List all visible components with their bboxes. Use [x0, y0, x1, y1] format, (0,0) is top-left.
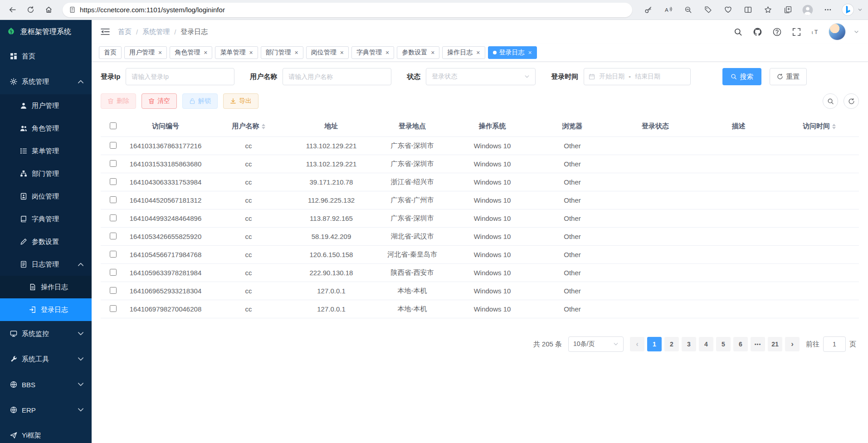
- sidebar-item-erp[interactable]: ERP: [0, 397, 92, 423]
- close-icon[interactable]: ×: [385, 49, 389, 56]
- page-size-select[interactable]: 10条/页: [568, 336, 624, 352]
- sort-icon[interactable]: [832, 124, 836, 129]
- sidebar-item-system-tools[interactable]: 系统工具: [0, 346, 92, 372]
- close-icon[interactable]: ×: [248, 49, 253, 56]
- github-icon[interactable]: [753, 28, 762, 36]
- sidebar-item-dept-management[interactable]: 部门管理: [0, 162, 92, 185]
- sidebar-item-operation-log[interactable]: 操作日志: [0, 276, 92, 298]
- tab-dept-management[interactable]: 部门管理×: [261, 46, 303, 59]
- close-icon[interactable]: ×: [339, 49, 344, 56]
- sidebar-item-yi-framework[interactable]: Yi框架: [0, 423, 92, 443]
- sidebar-item-bbs[interactable]: BBS: [0, 372, 92, 397]
- more-pages-button[interactable]: •••: [751, 337, 765, 351]
- tab-home[interactable]: 首页: [99, 46, 122, 59]
- row-checkbox[interactable]: [110, 233, 117, 239]
- column-header[interactable]: 访问时间: [780, 116, 859, 137]
- close-icon[interactable]: ×: [527, 49, 532, 56]
- sidebar-item-post-management[interactable]: 岗位管理: [0, 185, 92, 208]
- tab-menu-management[interactable]: 菜单管理×: [215, 46, 258, 59]
- refresh-table-button[interactable]: [844, 93, 859, 109]
- copilot-caret-icon[interactable]: [856, 2, 863, 18]
- row-checkbox[interactable]: [110, 305, 117, 312]
- page-button-6[interactable]: 6: [733, 337, 748, 351]
- user-name-input[interactable]: [283, 68, 391, 85]
- sidebar-item-role-management[interactable]: 角色管理: [0, 117, 92, 140]
- fullscreen-icon[interactable]: [792, 28, 801, 36]
- breadcrumb-item[interactable]: 首页: [118, 28, 132, 36]
- reset-button[interactable]: 重置: [770, 68, 807, 85]
- goto-page-input[interactable]: [823, 336, 846, 352]
- close-icon[interactable]: ×: [203, 49, 207, 56]
- url-bar[interactable]: https://ccnetcore.com:1101/system/log/lo…: [63, 3, 632, 17]
- profile-icon[interactable]: [800, 2, 815, 18]
- page-button-3[interactable]: 3: [682, 337, 696, 351]
- sidebar-item-user-management[interactable]: 用户管理: [0, 94, 92, 117]
- sidebar-item-home[interactable]: 首页: [0, 44, 92, 69]
- zoom-icon[interactable]: [680, 2, 696, 18]
- close-icon[interactable]: ×: [475, 49, 480, 56]
- sidebar-item-system-monitor[interactable]: 系统监控: [0, 321, 92, 346]
- shopping-icon[interactable]: [700, 2, 716, 18]
- back-icon[interactable]: [5, 2, 20, 18]
- unlock-button[interactable]: 解锁: [182, 93, 218, 109]
- chevron-down-icon[interactable]: [854, 29, 859, 34]
- tab-login-log[interactable]: 登录日志×: [488, 46, 537, 59]
- sidebar-item-param-settings[interactable]: 参数设置: [0, 230, 92, 253]
- bing-icon[interactable]: [840, 2, 855, 18]
- tab-user-management[interactable]: 用户管理×: [124, 46, 167, 59]
- page-button-4[interactable]: 4: [699, 337, 713, 351]
- close-icon[interactable]: ×: [294, 49, 298, 56]
- column-header[interactable]: 用户名称: [206, 116, 291, 137]
- home-icon[interactable]: [41, 2, 56, 18]
- search-icon[interactable]: [734, 28, 742, 36]
- favorites-icon[interactable]: [760, 2, 775, 18]
- close-icon[interactable]: ×: [157, 49, 162, 56]
- date-range-picker[interactable]: 开始日期 - 结束日期: [584, 68, 691, 85]
- row-checkbox[interactable]: [110, 251, 117, 258]
- sidebar-item-menu-management[interactable]: 菜单管理: [0, 140, 92, 162]
- page-button-5[interactable]: 5: [716, 337, 731, 351]
- tab-dict-management[interactable]: 字典管理×: [351, 46, 394, 59]
- search-button[interactable]: 搜索: [722, 68, 761, 85]
- question-icon[interactable]: [773, 28, 781, 36]
- row-checkbox[interactable]: [110, 196, 117, 203]
- row-checkbox[interactable]: [110, 214, 117, 221]
- row-checkbox[interactable]: [110, 160, 117, 167]
- close-icon[interactable]: ×: [430, 49, 434, 56]
- toggle-search-button[interactable]: [823, 93, 838, 109]
- sidebar-item-system-management[interactable]: 系统管理: [0, 69, 92, 94]
- page-button-2[interactable]: 2: [664, 337, 679, 351]
- clear-button[interactable]: 清空: [141, 93, 177, 109]
- avatar[interactable]: [829, 23, 846, 40]
- more-icon[interactable]: [820, 2, 835, 18]
- row-checkbox[interactable]: [110, 287, 117, 294]
- row-checkbox[interactable]: [110, 269, 117, 276]
- collections-icon[interactable]: [780, 2, 795, 18]
- site-info-icon[interactable]: [69, 6, 76, 13]
- split-screen-icon[interactable]: [740, 2, 756, 18]
- key-icon[interactable]: [640, 2, 656, 18]
- font-size-icon[interactable]: tT: [812, 28, 820, 36]
- tab-param-settings[interactable]: 参数设置×: [397, 46, 439, 59]
- next-page-button[interactable]: ›: [785, 337, 800, 351]
- page-button-1[interactable]: 1: [647, 337, 662, 351]
- prev-page-button[interactable]: ‹: [630, 337, 644, 351]
- page-button-21[interactable]: 21: [768, 337, 782, 351]
- select-all-checkbox[interactable]: [110, 122, 117, 129]
- status-select[interactable]: 登录状态: [426, 68, 536, 85]
- sidebar-item-log-management[interactable]: 日志管理: [0, 253, 92, 276]
- refresh-icon[interactable]: [23, 2, 38, 18]
- browser-essentials-icon[interactable]: [720, 2, 736, 18]
- login-ip-input[interactable]: [126, 68, 234, 85]
- sidebar-item-dict-management[interactable]: 字典管理: [0, 208, 92, 230]
- breadcrumb-item[interactable]: 系统管理: [142, 28, 170, 36]
- sidebar-item-login-log[interactable]: 登录日志: [0, 298, 92, 321]
- sort-icon[interactable]: [262, 124, 265, 129]
- hamburger-icon[interactable]: [101, 27, 110, 36]
- tab-role-management[interactable]: 角色管理×: [170, 46, 212, 59]
- tab-operation-log[interactable]: 操作日志×: [442, 46, 485, 59]
- read-aloud-icon[interactable]: A: [660, 2, 676, 18]
- row-checkbox[interactable]: [110, 142, 117, 149]
- delete-button[interactable]: 删除: [101, 93, 136, 109]
- row-checkbox[interactable]: [110, 178, 117, 185]
